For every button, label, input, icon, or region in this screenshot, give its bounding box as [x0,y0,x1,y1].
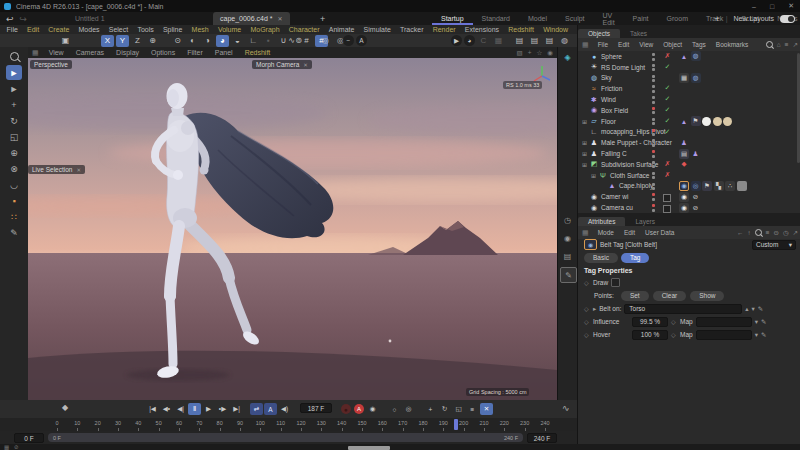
character-tag-icon[interactable]: ♟ [691,149,701,159]
redo-icon[interactable]: ↪ [20,14,28,24]
clear-button[interactable]: Clear [653,291,687,301]
belt-sel-tag-icon[interactable]: ◉ [679,181,689,191]
cam-tag-icon[interactable]: ◉ [679,203,689,213]
goto-start-icon[interactable]: |◀ [146,403,159,415]
camera-label[interactable]: Morph Camera ✕ [252,60,312,69]
layout-tab-startup[interactable]: Startup [432,12,473,25]
ring-1-icon[interactable]: ◎ [319,35,332,47]
filter-icon[interactable]: ≡ [785,41,789,48]
character-tag-icon[interactable]: ♟ [679,138,689,148]
tab-attributes[interactable]: Attributes [578,217,625,226]
visibility-dots[interactable] [652,183,655,191]
object-row[interactable]: ⊞▱Floor✓▲⚑ [578,116,800,127]
key-scale-icon[interactable]: ◱ [452,403,465,415]
add-layout-button[interactable]: + [714,14,719,24]
expander-icon[interactable]: ⊞ [582,161,589,168]
autokey-icon[interactable]: A [354,404,364,414]
mat-tan-tag-icon[interactable] [723,117,732,126]
visibility-dots[interactable] [652,204,655,212]
move-icon[interactable]: + [6,97,22,112]
export-icon[interactable]: ↗ [793,41,798,49]
visibility-dots[interactable] [652,150,655,158]
rec-parameter-icon[interactable]: ◎ [402,403,415,415]
visibility-dot-bottom[interactable] [652,198,655,201]
snap-cursor-icon[interactable]: ⊗ [6,161,22,176]
visibility-dots[interactable] [652,161,655,169]
point-mode-icon[interactable]: ∷ [6,209,22,224]
chevron-down-icon[interactable]: ▾ [755,318,758,326]
close-tab-icon[interactable]: ✕ [278,15,283,22]
quantize-icon[interactable]: ▪ [262,35,275,47]
view-opt-2-icon[interactable]: + [528,49,532,57]
visibility-dot-top[interactable] [652,193,655,196]
mode-3-icon[interactable]: ◑ [201,35,214,47]
render-pv-icon[interactable]: ◕ [464,35,475,46]
visibility-dot-top[interactable] [652,53,655,56]
viewport-label[interactable]: Perspective [30,60,72,69]
object-row[interactable]: ⊞ΨCloth Surface✗ [578,170,800,181]
visibility-dot-top[interactable] [652,150,655,153]
object-row[interactable]: ◉Camer wi◉⊘ [578,191,800,202]
play-pause-icon[interactable]: Ⅱ [188,403,201,415]
viewport-menu-redshift[interactable]: Redshift [239,49,277,56]
visibility-dot-top[interactable] [652,107,655,110]
snap-icon[interactable]: ∟ [247,35,260,47]
set-button[interactable]: Set [621,291,649,301]
range-slider[interactable]: 0 F 240 F [48,433,523,442]
selection-icon[interactable]: ► [6,81,22,96]
selection-tag-icon[interactable]: ⚑ [691,116,701,126]
rotate-icon[interactable]: ↻ [6,113,22,128]
rs-c-icon[interactable]: C [477,35,490,47]
visibility-dots[interactable] [652,118,655,126]
visibility-dot-bottom[interactable] [652,111,655,114]
menu-tracker[interactable]: Tracker [395,26,428,33]
viewport-menu-options[interactable]: Options [145,49,181,56]
layout-tab-model[interactable]: Model [519,12,556,25]
range-start-field[interactable]: 0 F [14,433,44,443]
object-name[interactable]: Cloth Surface [610,172,649,179]
enable-toggle[interactable]: ✓ [663,84,672,92]
object-row[interactable]: ≈Friction✓ [578,83,800,94]
viewport-menu-cameras[interactable]: Cameras [70,49,110,56]
object-row[interactable]: ⊞◩Subdivision Surface✗◆ [578,159,800,170]
render-queue-icon[interactable]: ▤ [528,35,541,47]
new-layouts-label[interactable]: New Layouts [734,15,774,22]
goto-end-icon[interactable]: ▶| [230,403,243,415]
rs-obj-tag-icon[interactable]: ◆ [679,159,689,169]
workplane-icon[interactable]: ⊕ [6,145,22,160]
preset-dropdown[interactable]: Custom ▾ [752,240,796,250]
om-menu-bookmarks[interactable]: Bookmarks [711,41,754,48]
mat-white-tag-icon[interactable] [702,117,711,126]
visibility-dot-bottom[interactable] [652,90,655,93]
visibility-dot-bottom[interactable] [652,68,655,71]
pen-icon[interactable]: ✎ [6,225,22,240]
enable-toggle[interactable] [663,194,671,202]
keyframe-icon[interactable]: ◉ [366,403,379,415]
enable-toggle[interactable]: ✓ [663,106,672,114]
visibility-dots[interactable] [652,172,655,180]
menu-mesh[interactable]: Mesh [187,26,213,33]
document-tab-untitled[interactable]: Untitled 1 [75,12,105,25]
layout-toggle[interactable] [780,15,795,23]
map-field[interactable] [696,317,752,327]
keyframe-dot-icon[interactable]: ◇ [671,318,677,325]
menu-spline[interactable]: Spline [158,26,187,33]
home-icon[interactable]: ⌂ [777,41,781,48]
show-button[interactable]: Show [690,291,724,301]
menu-animate[interactable]: Animate [324,26,359,33]
grid-icon[interactable]: ▦ [4,444,9,450]
pen-icon[interactable]: ✎ [761,331,766,339]
visibility-dots[interactable] [652,85,655,93]
layout-tab-sculpt[interactable]: Sculpt [556,12,593,25]
enable-toggle[interactable]: ✓ [663,95,672,103]
object-row[interactable]: ⊞♟Male Puppet - Character♟ [578,137,800,148]
pose-tag-icon[interactable]: ▤ [679,149,689,159]
visibility-dot-top[interactable] [652,172,655,175]
loop-icon[interactable]: ⇄ [250,403,263,415]
window-maximize-button[interactable]: □ [770,3,774,10]
object-row[interactable]: ●Sphere✗▲◍ [578,51,800,62]
menu-window[interactable]: Window [539,26,573,33]
no-sign-icon[interactable]: ⊘ [14,444,19,450]
grid-a-icon[interactable]: # [300,35,313,47]
enable-toggle[interactable]: ✗ [663,171,672,179]
